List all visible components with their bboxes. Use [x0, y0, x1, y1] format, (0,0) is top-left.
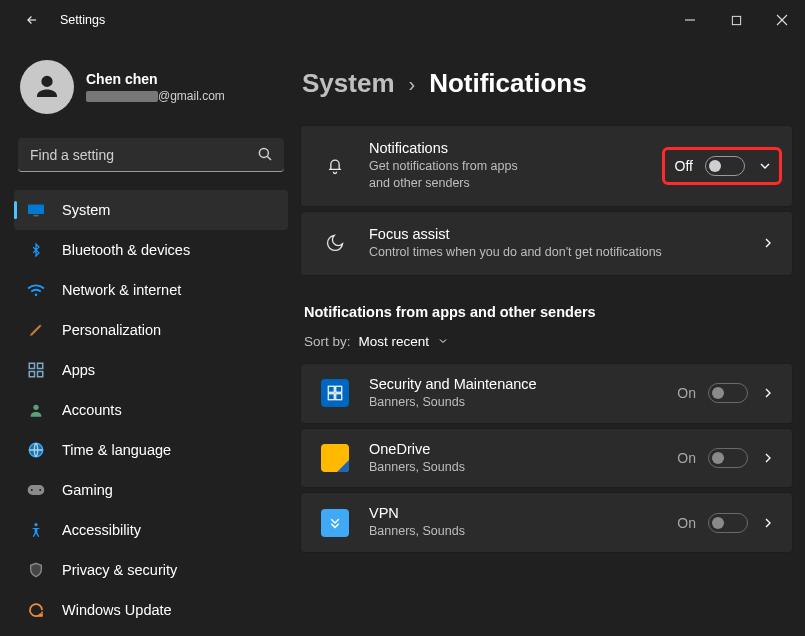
sidebar-item-label: Network & internet — [62, 282, 181, 298]
sidebar-item-label: Bluetooth & devices — [62, 242, 190, 258]
svg-point-18 — [39, 489, 41, 491]
sidebar-item-update[interactable]: Windows Update — [14, 590, 288, 630]
card-title: Notifications — [369, 140, 662, 156]
sidebar-item-bluetooth[interactable]: Bluetooth & devices — [14, 230, 288, 270]
chevron-right-icon[interactable] — [760, 450, 776, 466]
svg-point-17 — [31, 489, 33, 491]
sort-dropdown[interactable]: Sort by: Most recent — [304, 334, 793, 349]
sidebar-item-label: Privacy & security — [62, 562, 177, 578]
card-text: VPN Banners, Sounds — [369, 505, 677, 540]
svg-rect-11 — [38, 363, 43, 368]
toggle-state-label: On — [677, 385, 696, 401]
app-sub: Banners, Sounds — [369, 459, 677, 476]
close-icon — [776, 14, 788, 26]
card-action: On — [677, 448, 776, 468]
app-row-onedrive[interactable]: OneDrive Banners, Sounds On — [300, 428, 793, 489]
sidebar: Chen chen @gmail.com System — [0, 40, 300, 636]
app-toggle[interactable] — [708, 448, 748, 468]
focus-assist-card[interactable]: Focus assist Control times when you do a… — [300, 211, 793, 276]
update-icon — [26, 600, 46, 620]
sidebar-item-accounts[interactable]: Accounts — [14, 390, 288, 430]
system-icon — [26, 200, 46, 220]
toggle-state-label: On — [677, 515, 696, 531]
card-action: On — [677, 383, 776, 403]
card-text: Focus assist Control times when you do a… — [369, 226, 760, 261]
chevron-right-icon[interactable] — [760, 385, 776, 401]
sidebar-item-apps[interactable]: Apps — [14, 350, 288, 390]
card-title: Focus assist — [369, 226, 760, 242]
notifications-toggle-highlight: Off — [662, 147, 782, 185]
sidebar-item-personalization[interactable]: Personalization — [14, 310, 288, 350]
paint-icon — [26, 320, 46, 340]
profile-row[interactable]: Chen chen @gmail.com — [8, 50, 294, 132]
sidebar-item-system[interactable]: System — [14, 190, 288, 230]
section-title: Notifications from apps and other sender… — [304, 304, 793, 320]
sidebar-item-label: Gaming — [62, 482, 113, 498]
chevron-right-icon[interactable] — [760, 515, 776, 531]
app-name: VPN — [369, 505, 677, 521]
globe-icon — [26, 440, 46, 460]
card-description: Get notifications from apps and other se… — [369, 158, 519, 192]
app-row-vpn[interactable]: VPN Banners, Sounds On — [300, 492, 793, 553]
chevron-down-icon[interactable] — [757, 158, 773, 174]
svg-rect-23 — [336, 394, 342, 400]
bluetooth-icon — [26, 240, 46, 260]
toggle-state-label: Off — [675, 158, 693, 174]
svg-rect-13 — [38, 372, 43, 377]
svg-point-14 — [33, 405, 38, 410]
back-button[interactable] — [18, 6, 46, 34]
sidebar-item-label: Accessibility — [62, 522, 141, 538]
card-text: Security and Maintenance Banners, Sounds — [369, 376, 677, 411]
svg-rect-1 — [732, 16, 740, 24]
sidebar-item-privacy[interactable]: Privacy & security — [14, 550, 288, 590]
sidebar-item-label: Time & language — [62, 442, 171, 458]
breadcrumb-parent[interactable]: System — [302, 68, 395, 99]
chevron-right-icon[interactable] — [760, 235, 776, 251]
minimize-button[interactable] — [667, 0, 713, 40]
chevron-right-icon: › — [409, 73, 416, 96]
email-masked-part — [86, 91, 158, 102]
profile-email: @gmail.com — [86, 89, 225, 103]
search-input[interactable] — [18, 138, 284, 172]
page-title: Notifications — [429, 68, 586, 99]
svg-point-4 — [259, 148, 268, 157]
app-sub: Banners, Sounds — [369, 394, 677, 411]
person-icon — [32, 72, 62, 102]
svg-rect-16 — [28, 485, 45, 495]
app-toggle[interactable] — [708, 383, 748, 403]
svg-rect-22 — [328, 394, 334, 400]
title-bar: Settings — [0, 0, 805, 40]
card-text: OneDrive Banners, Sounds — [369, 441, 677, 476]
svg-rect-21 — [336, 386, 342, 392]
app-sub: Banners, Sounds — [369, 523, 677, 540]
app-title: Settings — [60, 13, 105, 27]
notifications-card[interactable]: Notifications Get notifications from app… — [300, 125, 793, 207]
sidebar-item-accessibility[interactable]: Accessibility — [14, 510, 288, 550]
sort-label: Sort by: — [304, 334, 351, 349]
svg-rect-10 — [29, 363, 34, 368]
profile-text: Chen chen @gmail.com — [86, 71, 225, 103]
minimize-icon — [684, 14, 696, 26]
wifi-icon — [26, 280, 46, 300]
notifications-toggle[interactable] — [705, 156, 745, 176]
accessibility-icon — [26, 520, 46, 540]
svg-rect-12 — [29, 372, 34, 377]
maximize-button[interactable] — [713, 0, 759, 40]
sidebar-item-network[interactable]: Network & internet — [14, 270, 288, 310]
close-button[interactable] — [759, 0, 805, 40]
app-row-security[interactable]: Security and Maintenance Banners, Sounds… — [300, 363, 793, 424]
moon-icon — [321, 229, 349, 257]
sidebar-item-time[interactable]: Time & language — [14, 430, 288, 470]
vpn-icon — [321, 509, 349, 537]
sidebar-item-gaming[interactable]: Gaming — [14, 470, 288, 510]
app-toggle[interactable] — [708, 513, 748, 533]
maximize-icon — [731, 15, 742, 26]
svg-point-9 — [35, 294, 38, 297]
window-controls — [667, 0, 805, 40]
profile-name: Chen chen — [86, 71, 225, 87]
arrow-left-icon — [25, 13, 39, 27]
app-name: OneDrive — [369, 441, 677, 457]
search-icon — [256, 145, 274, 166]
card-text: Notifications Get notifications from app… — [369, 140, 662, 192]
svg-point-19 — [34, 523, 37, 526]
